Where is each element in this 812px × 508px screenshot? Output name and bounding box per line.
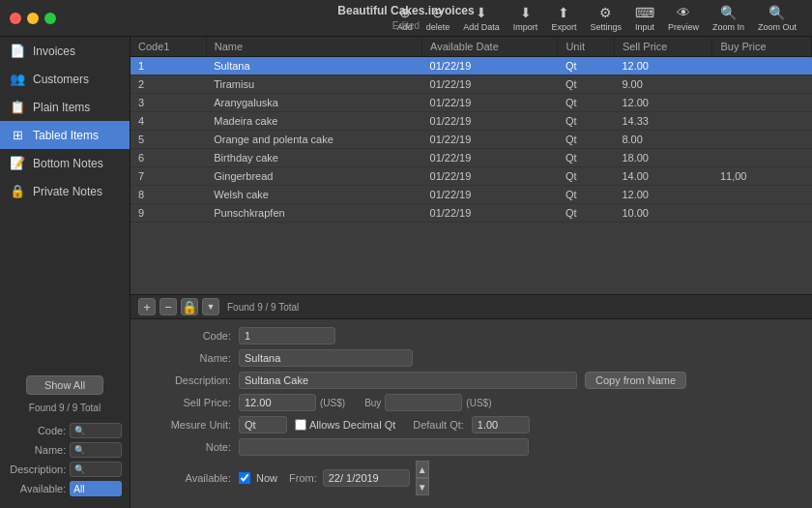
sidebar-item-customers[interactable]: 👥 Customers <box>0 65 130 93</box>
table-row[interactable]: 4 Madeira cake 01/22/19 Qt 14.33 <box>130 112 812 131</box>
date-stepper: ▲ ▼ <box>416 461 429 495</box>
sidebar-item-label: Customers <box>33 73 89 86</box>
zoom-in-button[interactable]: 🔍 Zoom In <box>707 3 750 34</box>
cell-name: Welsh cake <box>206 186 421 204</box>
col-buy: Buy Price <box>712 37 812 57</box>
sidebar-item-tabled-items[interactable]: ⊞ Tabled Items <box>0 121 130 149</box>
available-value: All <box>73 484 84 494</box>
description-filter-input[interactable]: 🔍 <box>70 462 122 477</box>
sidebar-item-label: Private Notes <box>33 185 102 198</box>
customers-icon: 👥 <box>10 72 25 86</box>
available-row: Available: Now From: ▲ ▼ <box>142 461 800 495</box>
col-unit: Unit <box>558 37 615 57</box>
cell-date: 01/22/19 <box>422 167 558 186</box>
sell-price-input[interactable] <box>239 394 316 411</box>
name-input[interactable] <box>239 349 413 367</box>
import-button[interactable]: ⬇ Import <box>508 3 544 34</box>
table-row[interactable]: 8 Welsh cake 01/22/19 Qt 12.00 <box>130 186 812 204</box>
table-row[interactable]: 9 Punschkrapfen 01/22/19 Qt 10.00 <box>130 204 812 223</box>
cell-name: Orange and polenta cake <box>206 131 421 149</box>
cell-code: 8 <box>130 186 206 204</box>
table-row[interactable]: 6 Birthday cake 01/22/19 Qt 18.00 <box>130 149 812 167</box>
chevron-down-button[interactable]: ▼ <box>202 298 219 315</box>
detail-form: Code: Name: Description: Copy from Name … <box>130 319 812 508</box>
cell-code: 2 <box>130 75 206 94</box>
code-filter-label: Code: <box>8 425 66 436</box>
input-button[interactable]: ⌨ Input <box>629 3 660 34</box>
minimize-button[interactable] <box>27 13 39 24</box>
lock-button[interactable]: 🔒 <box>181 298 198 315</box>
cell-date: 01/22/19 <box>422 112 558 131</box>
invoices-icon: 📄 <box>10 44 25 58</box>
cell-date: 01/22/19 <box>422 57 558 75</box>
default-qt-input[interactable] <box>472 416 530 433</box>
table-row[interactable]: 5 Orange and polenta cake 01/22/19 Qt 8.… <box>130 131 812 149</box>
cell-sell: 14.33 <box>614 112 712 131</box>
close-button[interactable] <box>10 13 21 24</box>
measure-input[interactable] <box>239 416 287 433</box>
cell-code: 4 <box>130 112 206 131</box>
cell-code: 6 <box>130 149 206 167</box>
copy-from-name-button[interactable]: Copy from Name <box>585 372 686 389</box>
cell-buy <box>712 186 812 204</box>
search-icon: 🔍 <box>74 464 85 474</box>
cell-name: Birthday cake <box>206 149 421 167</box>
filter-name-row: Name: 🔍 <box>0 440 130 460</box>
cell-date: 01/22/19 <box>422 204 558 223</box>
date-down-button[interactable]: ▼ <box>416 478 429 495</box>
import-label: Import <box>513 22 538 32</box>
plain-items-icon: 📋 <box>10 100 25 114</box>
cell-code: 1 <box>130 57 206 75</box>
settings-label: Settings <box>590 22 622 32</box>
cell-unit: Qt <box>558 167 615 186</box>
settings-button[interactable]: ⚙ Settings <box>584 3 627 34</box>
name-row: Name: <box>142 349 800 367</box>
data-table: Code1 Name Available Date Unit Sell Pric… <box>130 37 812 223</box>
description-row: Description: Copy from Name <box>142 372 800 389</box>
cell-unit: Qt <box>558 112 615 131</box>
cell-name: Sultana <box>206 57 421 75</box>
show-all-button[interactable]: Show All <box>26 375 103 395</box>
sidebar-item-plain-items[interactable]: 📋 Plain Items <box>0 93 130 121</box>
search-icon: 🔍 <box>74 426 85 435</box>
cell-sell: 18.00 <box>614 149 712 167</box>
table-row[interactable]: 3 Aranygaluska 01/22/19 Qt 12.00 <box>130 94 812 112</box>
add-row-button[interactable]: + <box>138 298 156 315</box>
sidebar-item-bottom-notes[interactable]: 📝 Bottom Notes <box>0 149 130 177</box>
cell-date: 01/22/19 <box>422 149 558 167</box>
cell-unit: Qt <box>558 94 615 112</box>
name-filter-input[interactable]: 🔍 <box>70 442 122 458</box>
title-bar: Beautiful Cakes.invoices Edited ⊕ Add ⊖ … <box>0 0 812 37</box>
export-button[interactable]: ⬆ Export <box>545 3 582 34</box>
available-checkbox[interactable] <box>239 472 250 484</box>
cell-date: 01/22/19 <box>422 131 558 149</box>
maximize-button[interactable] <box>44 13 56 24</box>
main-layout: 📄 Invoices 👥 Customers 📋 Plain Items ⊞ T… <box>0 37 812 508</box>
table-row[interactable]: 7 Gingerbread 01/22/19 Qt 14.00 11,00 <box>130 167 812 186</box>
buy-input[interactable] <box>385 394 462 411</box>
cell-sell: 8.00 <box>614 131 712 149</box>
note-input[interactable] <box>239 438 529 456</box>
cell-unit: Qt <box>558 186 615 204</box>
code-input[interactable] <box>239 327 335 344</box>
sidebar-item-invoices[interactable]: 📄 Invoices <box>0 37 130 65</box>
sell-currency: (US$) <box>320 398 345 408</box>
window-title: Beautiful Cakes.invoices <box>337 4 474 19</box>
cell-buy <box>712 112 812 131</box>
allows-decimal-checkbox[interactable] <box>295 419 306 431</box>
date-up-button[interactable]: ▲ <box>416 461 429 478</box>
description-input[interactable] <box>239 372 577 389</box>
table-row[interactable]: 1 Sultana 01/22/19 Qt 12.00 <box>130 57 812 75</box>
from-date-input[interactable] <box>323 469 410 487</box>
available-dropdown[interactable]: All <box>70 481 122 496</box>
code-filter-input[interactable]: 🔍 <box>70 423 122 438</box>
remove-row-button[interactable]: − <box>160 298 177 315</box>
filter-description-row: Description: 🔍 <box>0 460 130 479</box>
zoom-out-button[interactable]: 🔍 Zoom Out <box>752 3 802 34</box>
table-row[interactable]: 2 Tiramisu 01/22/19 Qt 9.00 <box>130 75 812 94</box>
sell-price-group: (US$) Buy (US$) <box>239 394 491 411</box>
sidebar-item-private-notes[interactable]: 🔒 Private Notes <box>0 177 130 205</box>
name-field-label: Name: <box>142 352 239 364</box>
preview-button[interactable]: 👁 Preview <box>662 3 705 34</box>
cell-unit: Qt <box>558 149 615 167</box>
